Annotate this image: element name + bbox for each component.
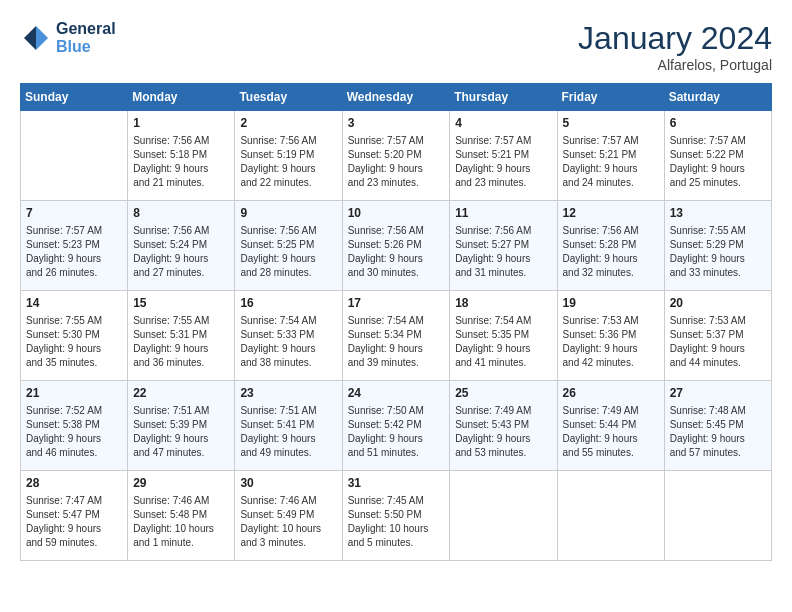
day-info: Sunrise: 7:54 AM Sunset: 5:35 PM Dayligh… [455, 314, 551, 370]
day-number: 19 [563, 295, 659, 312]
calendar-cell: 2Sunrise: 7:56 AM Sunset: 5:19 PM Daylig… [235, 111, 342, 201]
calendar-cell: 3Sunrise: 7:57 AM Sunset: 5:20 PM Daylig… [342, 111, 450, 201]
day-info: Sunrise: 7:49 AM Sunset: 5:43 PM Dayligh… [455, 404, 551, 460]
day-number: 4 [455, 115, 551, 132]
day-info: Sunrise: 7:57 AM Sunset: 5:21 PM Dayligh… [455, 134, 551, 190]
logo-text-blue: Blue [56, 38, 116, 56]
day-number: 27 [670, 385, 766, 402]
calendar-cell: 7Sunrise: 7:57 AM Sunset: 5:23 PM Daylig… [21, 201, 128, 291]
week-row-4: 21Sunrise: 7:52 AM Sunset: 5:38 PM Dayli… [21, 381, 772, 471]
day-number: 1 [133, 115, 229, 132]
day-number: 25 [455, 385, 551, 402]
day-number: 21 [26, 385, 122, 402]
day-info: Sunrise: 7:57 AM Sunset: 5:23 PM Dayligh… [26, 224, 122, 280]
day-info: Sunrise: 7:55 AM Sunset: 5:30 PM Dayligh… [26, 314, 122, 370]
day-number: 6 [670, 115, 766, 132]
day-info: Sunrise: 7:56 AM Sunset: 5:18 PM Dayligh… [133, 134, 229, 190]
day-number: 17 [348, 295, 445, 312]
day-info: Sunrise: 7:46 AM Sunset: 5:49 PM Dayligh… [240, 494, 336, 550]
day-number: 30 [240, 475, 336, 492]
calendar-cell: 25Sunrise: 7:49 AM Sunset: 5:43 PM Dayli… [450, 381, 557, 471]
weekday-header-tuesday: Tuesday [235, 84, 342, 111]
calendar-cell: 28Sunrise: 7:47 AM Sunset: 5:47 PM Dayli… [21, 471, 128, 561]
calendar-table: SundayMondayTuesdayWednesdayThursdayFrid… [20, 83, 772, 561]
day-info: Sunrise: 7:51 AM Sunset: 5:41 PM Dayligh… [240, 404, 336, 460]
day-info: Sunrise: 7:55 AM Sunset: 5:29 PM Dayligh… [670, 224, 766, 280]
day-info: Sunrise: 7:57 AM Sunset: 5:21 PM Dayligh… [563, 134, 659, 190]
calendar-cell [450, 471, 557, 561]
weekday-header-friday: Friday [557, 84, 664, 111]
day-number: 13 [670, 205, 766, 222]
calendar-cell: 23Sunrise: 7:51 AM Sunset: 5:41 PM Dayli… [235, 381, 342, 471]
calendar-cell: 6Sunrise: 7:57 AM Sunset: 5:22 PM Daylig… [664, 111, 771, 201]
weekday-header-monday: Monday [128, 84, 235, 111]
svg-marker-0 [36, 26, 48, 50]
weekday-header-thursday: Thursday [450, 84, 557, 111]
day-number: 3 [348, 115, 445, 132]
calendar-cell: 5Sunrise: 7:57 AM Sunset: 5:21 PM Daylig… [557, 111, 664, 201]
day-number: 11 [455, 205, 551, 222]
location-subtitle: Alfarelos, Portugal [578, 57, 772, 73]
svg-marker-1 [24, 26, 36, 50]
day-info: Sunrise: 7:57 AM Sunset: 5:22 PM Dayligh… [670, 134, 766, 190]
calendar-cell: 29Sunrise: 7:46 AM Sunset: 5:48 PM Dayli… [128, 471, 235, 561]
day-number: 24 [348, 385, 445, 402]
weekday-header-saturday: Saturday [664, 84, 771, 111]
day-info: Sunrise: 7:46 AM Sunset: 5:48 PM Dayligh… [133, 494, 229, 550]
calendar-cell: 26Sunrise: 7:49 AM Sunset: 5:44 PM Dayli… [557, 381, 664, 471]
logo: General Blue [20, 20, 116, 56]
day-number: 22 [133, 385, 229, 402]
calendar-cell: 13Sunrise: 7:55 AM Sunset: 5:29 PM Dayli… [664, 201, 771, 291]
day-info: Sunrise: 7:56 AM Sunset: 5:28 PM Dayligh… [563, 224, 659, 280]
day-number: 10 [348, 205, 445, 222]
calendar-cell: 17Sunrise: 7:54 AM Sunset: 5:34 PM Dayli… [342, 291, 450, 381]
day-number: 31 [348, 475, 445, 492]
day-number: 16 [240, 295, 336, 312]
day-info: Sunrise: 7:50 AM Sunset: 5:42 PM Dayligh… [348, 404, 445, 460]
calendar-cell: 1Sunrise: 7:56 AM Sunset: 5:18 PM Daylig… [128, 111, 235, 201]
page-header: General Blue January 2024 Alfarelos, Por… [20, 20, 772, 73]
weekday-header-wednesday: Wednesday [342, 84, 450, 111]
calendar-cell: 21Sunrise: 7:52 AM Sunset: 5:38 PM Dayli… [21, 381, 128, 471]
calendar-cell: 30Sunrise: 7:46 AM Sunset: 5:49 PM Dayli… [235, 471, 342, 561]
day-info: Sunrise: 7:53 AM Sunset: 5:37 PM Dayligh… [670, 314, 766, 370]
month-title: January 2024 [578, 20, 772, 57]
day-number: 2 [240, 115, 336, 132]
week-row-3: 14Sunrise: 7:55 AM Sunset: 5:30 PM Dayli… [21, 291, 772, 381]
day-number: 12 [563, 205, 659, 222]
day-number: 14 [26, 295, 122, 312]
weekday-header-sunday: Sunday [21, 84, 128, 111]
day-info: Sunrise: 7:51 AM Sunset: 5:39 PM Dayligh… [133, 404, 229, 460]
calendar-cell: 31Sunrise: 7:45 AM Sunset: 5:50 PM Dayli… [342, 471, 450, 561]
calendar-cell: 22Sunrise: 7:51 AM Sunset: 5:39 PM Dayli… [128, 381, 235, 471]
calendar-cell: 15Sunrise: 7:55 AM Sunset: 5:31 PM Dayli… [128, 291, 235, 381]
calendar-cell: 18Sunrise: 7:54 AM Sunset: 5:35 PM Dayli… [450, 291, 557, 381]
day-info: Sunrise: 7:53 AM Sunset: 5:36 PM Dayligh… [563, 314, 659, 370]
day-number: 26 [563, 385, 659, 402]
day-info: Sunrise: 7:55 AM Sunset: 5:31 PM Dayligh… [133, 314, 229, 370]
calendar-cell: 27Sunrise: 7:48 AM Sunset: 5:45 PM Dayli… [664, 381, 771, 471]
day-info: Sunrise: 7:56 AM Sunset: 5:25 PM Dayligh… [240, 224, 336, 280]
day-info: Sunrise: 7:52 AM Sunset: 5:38 PM Dayligh… [26, 404, 122, 460]
day-number: 28 [26, 475, 122, 492]
calendar-cell: 24Sunrise: 7:50 AM Sunset: 5:42 PM Dayli… [342, 381, 450, 471]
calendar-cell: 9Sunrise: 7:56 AM Sunset: 5:25 PM Daylig… [235, 201, 342, 291]
day-info: Sunrise: 7:47 AM Sunset: 5:47 PM Dayligh… [26, 494, 122, 550]
week-row-1: 1Sunrise: 7:56 AM Sunset: 5:18 PM Daylig… [21, 111, 772, 201]
day-number: 20 [670, 295, 766, 312]
weekday-header-row: SundayMondayTuesdayWednesdayThursdayFrid… [21, 84, 772, 111]
calendar-cell: 4Sunrise: 7:57 AM Sunset: 5:21 PM Daylig… [450, 111, 557, 201]
calendar-cell: 10Sunrise: 7:56 AM Sunset: 5:26 PM Dayli… [342, 201, 450, 291]
day-info: Sunrise: 7:56 AM Sunset: 5:24 PM Dayligh… [133, 224, 229, 280]
day-number: 15 [133, 295, 229, 312]
calendar-cell [557, 471, 664, 561]
day-info: Sunrise: 7:56 AM Sunset: 5:27 PM Dayligh… [455, 224, 551, 280]
calendar-cell: 8Sunrise: 7:56 AM Sunset: 5:24 PM Daylig… [128, 201, 235, 291]
calendar-cell: 12Sunrise: 7:56 AM Sunset: 5:28 PM Dayli… [557, 201, 664, 291]
day-number: 9 [240, 205, 336, 222]
week-row-5: 28Sunrise: 7:47 AM Sunset: 5:47 PM Dayli… [21, 471, 772, 561]
calendar-cell: 16Sunrise: 7:54 AM Sunset: 5:33 PM Dayli… [235, 291, 342, 381]
logo-text-general: General [56, 20, 116, 38]
day-number: 18 [455, 295, 551, 312]
day-info: Sunrise: 7:57 AM Sunset: 5:20 PM Dayligh… [348, 134, 445, 190]
